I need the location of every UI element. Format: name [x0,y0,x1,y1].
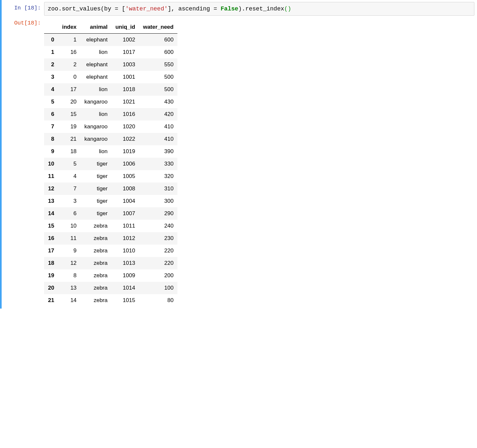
table-cell: 1001 [111,71,139,83]
table-cell: 550 [139,58,178,71]
table-cell: 200 [139,269,178,282]
row-index-cell: 13 [44,195,58,207]
table-cell: lion [80,46,111,58]
table-cell: 100 [139,282,178,294]
code-token: ).reset_index [238,6,284,12]
row-index-cell: 16 [44,232,58,245]
table-row: 1510zebra1011240 [44,220,177,232]
table-row: 179zebra1010220 [44,245,177,257]
table-cell: tiger [80,170,111,183]
table-row: 918lion1019390 [44,145,177,158]
table-row: 198zebra1009200 [44,269,177,282]
table-cell: 5 [58,158,80,170]
row-index-cell: 14 [44,207,58,220]
table-cell: 500 [139,83,178,96]
table-cell: 7 [58,183,80,195]
table-cell: 18 [58,145,80,158]
table-cell: 13 [58,282,80,294]
table-cell: 14 [58,294,80,307]
table-cell: 1008 [111,183,139,195]
row-index-cell: 21 [44,294,58,307]
row-index-cell: 1 [44,46,58,58]
table-row: 615lion1016420 [44,108,177,120]
table-row: 520kangaroo1021430 [44,96,177,108]
table-cell: 2 [58,58,80,71]
table-cell: zebra [80,220,111,232]
table-cell: 1007 [111,207,139,220]
row-index-cell: 3 [44,71,58,83]
table-cell: 3 [58,195,80,207]
table-cell: 9 [58,245,80,257]
row-index-cell: 5 [44,96,58,108]
table-cell: 500 [139,71,178,83]
table-cell: zebra [80,232,111,245]
table-cell: 410 [139,133,178,145]
table-cell: 1010 [111,245,139,257]
table-row: 719kangaroo1020410 [44,120,177,133]
table-cell: 20 [58,96,80,108]
table-cell: 19 [58,120,80,133]
table-cell: kangaroo [80,96,111,108]
table-cell: 600 [139,46,178,58]
row-index-cell: 12 [44,183,58,195]
table-cell: 390 [139,145,178,158]
content-column: zoo.sort_values(by = ['water_need'], asc… [44,2,477,307]
table-cell: 4 [58,170,80,183]
table-cell: 10 [58,220,80,232]
table-row: 133tiger1004300 [44,195,177,207]
table-cell: elephant [80,34,111,46]
table-cell: 240 [139,220,178,232]
table-cell: 220 [139,245,178,257]
table-cell: 6 [58,207,80,220]
table-cell: 12 [58,257,80,269]
table-cell: 1013 [111,257,139,269]
table-cell: tiger [80,195,111,207]
table-cell: 1004 [111,195,139,207]
dataframe-table: index animal uniq_id water_need 01elepha… [44,21,177,307]
table-header-cell: animal [80,21,111,34]
table-row: 417lion1018500 [44,83,177,96]
table-cell: elephant [80,71,111,83]
row-index-cell: 0 [44,34,58,46]
table-cell: 15 [58,108,80,120]
prompt-column: In [18]: Out[18]: [2,2,44,307]
table-cell: elephant [80,58,111,71]
row-index-cell: 6 [44,108,58,120]
table-cell: 16 [58,46,80,58]
row-index-cell: 11 [44,170,58,183]
row-index-cell: 15 [44,220,58,232]
table-cell: 300 [139,195,178,207]
table-row: 114tiger1005320 [44,170,177,183]
table-row: 30elephant1001500 [44,71,177,83]
table-cell: 8 [58,269,80,282]
table-cell: tiger [80,158,111,170]
table-row: 2114zebra101580 [44,294,177,307]
code-token-string: 'water_need' [125,6,168,12]
row-index-cell: 20 [44,282,58,294]
table-cell: 21 [58,133,80,145]
code-token: zoo.sort_values(by = [ [48,6,125,12]
table-row: 22elephant1003550 [44,58,177,71]
table-cell: 410 [139,120,178,133]
table-cell: kangaroo [80,133,111,145]
table-cell: 1009 [111,269,139,282]
row-index-cell: 9 [44,145,58,158]
table-cell: zebra [80,245,111,257]
table-cell: 11 [58,232,80,245]
code-input[interactable]: zoo.sort_values(by = ['water_need'], asc… [44,2,474,16]
code-token-keyword: False [221,6,238,12]
table-cell: zebra [80,257,111,269]
table-row: 116lion1017600 [44,46,177,58]
table-cell: 430 [139,96,178,108]
code-token: ], ascending = [168,6,221,12]
table-body: 01elephant1002600116lion101760022elephan… [44,34,177,307]
table-header-cell: water_need [139,21,178,34]
table-cell: 220 [139,257,178,269]
table-header-cell: index [58,21,80,34]
notebook-cell: In [18]: Out[18]: zoo.sort_values(by = [… [0,0,477,309]
table-row: 127tiger1008310 [44,183,177,195]
row-index-cell: 2 [44,58,58,71]
table-cell: tiger [80,183,111,195]
table-cell: 1005 [111,170,139,183]
table-row: 821kangaroo1022410 [44,133,177,145]
